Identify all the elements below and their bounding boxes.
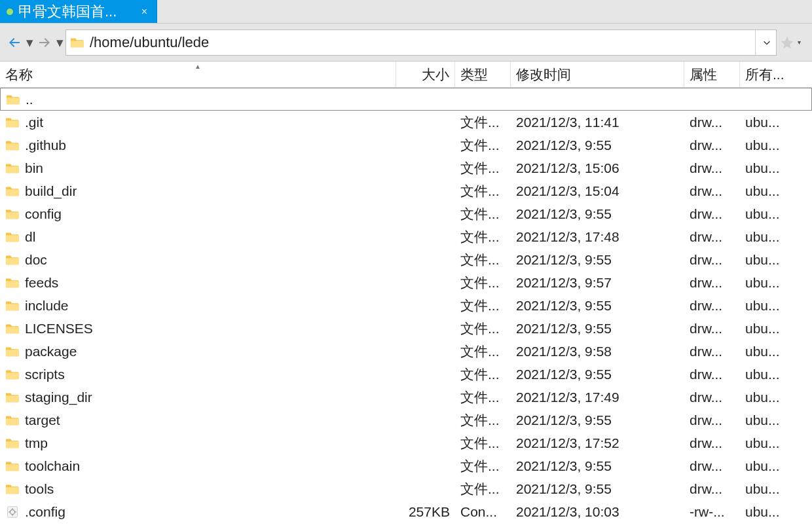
table-row[interactable]: bin文件...2021/12/3, 15:06drw...ubu... — [0, 156, 812, 179]
back-dropdown[interactable]: ▾ — [25, 35, 34, 50]
table-row[interactable]: include文件...2021/12/3, 9:55drw...ubu... — [0, 294, 812, 317]
cell-name[interactable]: .github — [0, 137, 396, 153]
cell-type-text: 文件... — [460, 434, 500, 452]
cell-name[interactable]: .. — [1, 92, 397, 107]
folder-icon — [5, 116, 20, 129]
cell-perm-text: drw... — [690, 481, 722, 497]
cell-owner: ubu... — [740, 321, 792, 337]
forward-button[interactable] — [35, 31, 54, 54]
cell-name[interactable]: toolchain — [0, 458, 396, 474]
cell-name[interactable]: staging_dir — [0, 390, 396, 405]
cell-owner: ubu... — [740, 504, 792, 520]
bookmark-dropdown[interactable]: ▾ — [798, 39, 807, 46]
address-bar[interactable] — [65, 29, 777, 56]
folder-icon — [5, 139, 20, 152]
cell-owner-text: ubu... — [745, 412, 780, 428]
file-name: include — [25, 298, 69, 314]
file-list[interactable]: ...git文件...2021/12/3, 11:41drw...ubu....… — [0, 88, 812, 529]
cell-name[interactable]: build_dir — [0, 183, 396, 199]
cell-type-text: 文件... — [460, 319, 500, 338]
cell-name[interactable]: feeds — [0, 275, 396, 291]
cell-owner: ubu... — [740, 481, 792, 497]
table-row[interactable]: config文件...2021/12/3, 9:55drw...ubu... — [0, 202, 812, 225]
address-dropdown[interactable] — [755, 30, 772, 55]
folder-icon — [5, 437, 20, 450]
table-row[interactable]: toolchain文件...2021/12/3, 9:55drw...ubu..… — [0, 454, 812, 477]
table-row[interactable]: .github文件...2021/12/3, 9:55drw...ubu... — [0, 134, 812, 156]
cell-perm-text: drw... — [690, 412, 722, 428]
header-name[interactable]: 名称 ▲ — [0, 62, 396, 87]
cell-name[interactable]: target — [0, 412, 396, 428]
cell-owner: ubu... — [740, 390, 792, 405]
table-row[interactable]: .git文件...2021/12/3, 11:41drw...ubu... — [0, 111, 812, 134]
cell-type-text: 文件... — [460, 274, 500, 292]
table-row[interactable]: tmp文件...2021/12/3, 17:52drw...ubu... — [0, 431, 812, 454]
cell-name[interactable]: scripts — [0, 367, 396, 382]
cell-mtime: 2021/12/3, 17:52 — [511, 435, 684, 451]
cell-size: 257KB — [396, 504, 455, 520]
table-row[interactable]: doc文件...2021/12/3, 9:55drw...ubu... — [0, 248, 812, 271]
path-input[interactable] — [90, 34, 750, 51]
cell-name[interactable]: include — [0, 298, 396, 314]
folder-icon — [5, 276, 20, 289]
table-row[interactable]: package文件...2021/12/3, 9:58drw...ubu... — [0, 340, 812, 363]
cell-owner-text: ubu... — [745, 115, 780, 130]
cell-name[interactable]: tmp — [0, 435, 396, 451]
cell-perm-text: drw... — [690, 137, 722, 153]
cell-mtime-text: 2021/12/3, 9:55 — [516, 252, 612, 268]
header-perm[interactable]: 属性 — [684, 62, 740, 87]
table-row[interactable]: scripts文件...2021/12/3, 9:55drw...ubu... — [0, 363, 812, 386]
header-mtime[interactable]: 修改时间 — [511, 62, 684, 87]
cell-type: 文件... — [455, 319, 511, 338]
table-row[interactable]: .config257KBCon...2021/12/3, 10:03-rw-..… — [0, 500, 812, 523]
cell-mtime-text: 2021/12/3, 10:03 — [516, 504, 619, 520]
cell-name[interactable]: dl — [0, 229, 396, 245]
folder-icon — [5, 483, 20, 496]
cell-owner-text: ubu... — [745, 183, 780, 199]
cell-perm: drw... — [684, 481, 740, 497]
table-row[interactable]: build_dir文件...2021/12/3, 15:04drw...ubu.… — [0, 179, 812, 202]
cell-size-text: 257KB — [409, 504, 450, 520]
cell-name[interactable]: .config — [0, 504, 396, 520]
forward-dropdown[interactable]: ▾ — [55, 35, 64, 50]
table-row[interactable]: feeds文件...2021/12/3, 9:57drw...ubu... — [0, 271, 812, 294]
cell-name[interactable]: package — [0, 344, 396, 359]
cell-name[interactable]: doc — [0, 252, 396, 268]
header-type[interactable]: 类型 — [455, 62, 511, 87]
cell-mtime-text: 2021/12/3, 17:52 — [516, 435, 619, 451]
cell-name[interactable]: LICENSES — [0, 321, 396, 337]
cell-name[interactable]: tools — [0, 481, 396, 497]
file-name: LICENSES — [25, 321, 93, 337]
cell-type: Con... — [455, 504, 511, 520]
table-row[interactable]: dl文件...2021/12/3, 17:48drw...ubu... — [0, 225, 812, 248]
header-size[interactable]: 大小 — [396, 62, 455, 87]
table-row[interactable]: .. — [0, 88, 812, 111]
table-row[interactable]: tools文件...2021/12/3, 9:55drw...ubu... — [0, 477, 812, 500]
cell-name[interactable]: config — [0, 206, 396, 222]
cell-owner: ubu... — [740, 137, 792, 153]
tab-session[interactable]: 甲骨文韩国首... × — [0, 0, 157, 23]
cell-perm-text: drw... — [690, 435, 722, 451]
file-name: toolchain — [25, 458, 80, 474]
table-row[interactable]: target文件...2021/12/3, 9:55drw...ubu... — [0, 409, 812, 431]
cell-perm-text: drw... — [690, 275, 722, 291]
table-row[interactable]: staging_dir文件...2021/12/3, 17:49drw...ub… — [0, 386, 812, 409]
cell-owner-text: ubu... — [745, 321, 780, 337]
folder-icon — [5, 345, 20, 358]
back-button[interactable] — [5, 31, 24, 54]
table-row[interactable]: LICENSES文件...2021/12/3, 9:55drw...ubu... — [0, 317, 812, 340]
cell-mtime: 2021/12/3, 15:04 — [511, 183, 684, 199]
cell-name[interactable]: .git — [0, 115, 396, 130]
cell-type: 文件... — [455, 388, 511, 407]
cell-mtime-text: 2021/12/3, 9:55 — [516, 321, 612, 337]
bookmark-button[interactable] — [778, 31, 796, 54]
cell-type: 文件... — [455, 297, 511, 315]
cell-mtime-text: 2021/12/3, 9:55 — [516, 481, 612, 497]
header-owner[interactable]: 所有... — [740, 62, 792, 87]
header-perm-label: 属性 — [690, 65, 717, 84]
cell-name[interactable]: bin — [0, 160, 396, 176]
close-icon[interactable]: × — [139, 6, 150, 18]
cell-mtime: 2021/12/3, 9:55 — [511, 252, 684, 268]
cell-perm-text: drw... — [690, 206, 722, 222]
cell-mtime-text: 2021/12/3, 9:55 — [516, 367, 612, 382]
